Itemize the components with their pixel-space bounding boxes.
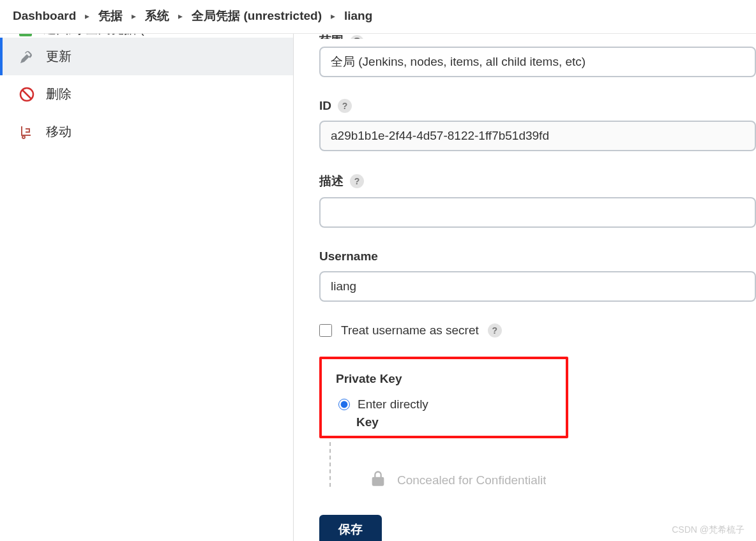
concealed-text: Concealed for Confidentialit — [397, 473, 546, 487]
concealed-row: Concealed for Confidentialit — [369, 470, 546, 491]
username-input[interactable] — [319, 271, 756, 302]
description-label: 描述 — [319, 173, 344, 189]
watermark: CSDN @梵希梳子 — [672, 524, 745, 536]
sidebar-item-label: 删除 — [46, 85, 72, 103]
help-icon[interactable]: ? — [350, 35, 364, 39]
username-label: Username — [319, 249, 378, 263]
crumb-credentials[interactable]: 凭据 — [98, 8, 123, 24]
description-input[interactable] — [319, 197, 756, 228]
chevron-right-icon: ▸ — [331, 11, 335, 21]
lock-icon — [369, 470, 387, 491]
save-button[interactable]: 保存 — [319, 515, 382, 541]
main-content: 范围 ? ID ? 描述 ? Username — [294, 34, 756, 541]
scope-input[interactable] — [319, 47, 756, 77]
help-icon[interactable]: ? — [338, 99, 352, 113]
svg-line-1 — [22, 90, 31, 99]
tools-icon — [19, 49, 34, 64]
sidebar-item-label: 更新 — [46, 48, 72, 65]
chevron-right-icon: ▸ — [85, 11, 89, 21]
sidebar-item-move[interactable]: 移动 — [0, 113, 293, 151]
private-key-label: Private Key — [336, 372, 552, 386]
chevron-right-icon: ▸ — [132, 11, 136, 21]
back-icon — [19, 34, 32, 36]
help-icon[interactable]: ? — [488, 323, 502, 337]
id-input[interactable] — [319, 121, 756, 151]
crumb-dashboard[interactable]: Dashboard — [13, 9, 76, 23]
crumb-liang[interactable]: liang — [344, 9, 372, 23]
sidebar-item-label: 返回到 全局凭据 ( — [43, 34, 144, 38]
help-icon[interactable]: ? — [350, 174, 364, 188]
scope-label: 范围 — [319, 34, 344, 39]
handtruck-icon — [19, 124, 34, 140]
key-label: Key — [336, 415, 552, 429]
private-key-highlight: Private Key Enter directly Key — [319, 357, 568, 438]
id-label: ID — [319, 99, 331, 113]
scope-label-row: 范围 ? — [319, 34, 756, 39]
no-entry-icon — [19, 87, 34, 102]
sidebar-item-delete[interactable]: 删除 — [0, 75, 293, 113]
chevron-right-icon: ▸ — [178, 11, 183, 21]
sidebar: 返回到 全局凭据 ( 更新 删除 移动 — [0, 34, 294, 541]
enter-directly-label: Enter directly — [358, 397, 428, 411]
breadcrumb: Dashboard ▸ 凭据 ▸ 系统 ▸ 全局凭据 (unrestricted… — [0, 0, 756, 34]
crumb-system[interactable]: 系统 — [145, 8, 169, 24]
tree-connector: Concealed for Confidentialit — [329, 442, 756, 487]
sidebar-item-update[interactable]: 更新 — [0, 38, 293, 75]
treat-secret-label: Treat username as secret — [341, 323, 479, 337]
enter-directly-radio[interactable] — [338, 399, 350, 410]
sidebar-item-label: 移动 — [46, 123, 72, 140]
crumb-global-credentials[interactable]: 全局凭据 (unrestricted) — [192, 8, 322, 24]
treat-secret-checkbox[interactable] — [319, 324, 332, 337]
